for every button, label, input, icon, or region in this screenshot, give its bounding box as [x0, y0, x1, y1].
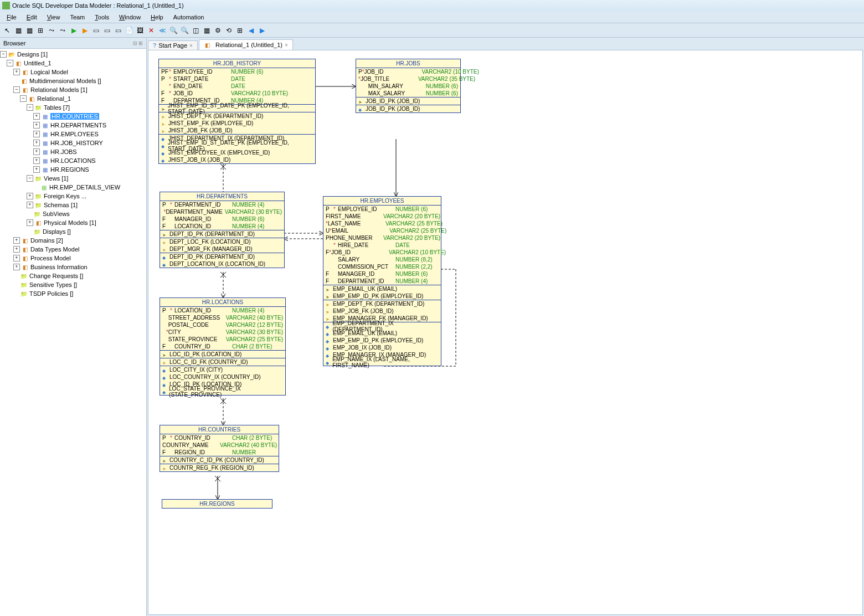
ix-row: EMP_NAME_IX (LAST_NAME, FIRST_NAME) — [323, 358, 441, 366]
tool-rect1[interactable]: ▭ — [91, 25, 101, 35]
tool-note-green[interactable]: ▶ — [69, 25, 79, 35]
tool-note-orange[interactable]: ▶ — [80, 25, 90, 35]
tool-rect3[interactable]: ▭ — [113, 25, 123, 35]
tool-expand[interactable]: ≪ — [157, 25, 167, 35]
tool-link2[interactable]: ⤳ — [58, 25, 68, 35]
ix-icon — [162, 367, 168, 373]
entity-locations[interactable]: HR.LOCATIONS P*LOCATION_IDNUMBER (4)STRE… — [160, 297, 286, 396]
tree-table-jobs[interactable]: +HR.JOBS — [0, 147, 146, 156]
tree-sensitive[interactable]: Sensitive Types [] — [0, 280, 146, 289]
tree-table-regions[interactable]: +HR.REGIONS — [0, 165, 146, 174]
fk-icon — [161, 128, 167, 134]
entity-countries[interactable]: HR.COUNTRIES P*COUNTRY_IDCHAR (2 BYTE)CO… — [160, 425, 279, 472]
tool-split[interactable]: ⊞ — [35, 25, 45, 35]
fk-icon — [326, 316, 331, 321]
tree-displays[interactable]: Displays [] — [0, 227, 146, 236]
menu-automation[interactable]: Automation — [169, 13, 209, 22]
browser-tree[interactable]: −Designs [1] −Untitled_1 +Logical Model … — [0, 49, 146, 616]
tree-schemas[interactable]: +Schemas [1] — [0, 201, 146, 209]
entity-jobs[interactable]: HR.JOBS P*JOB_IDVARCHAR2 (10 BYTE)*JOB_T… — [356, 59, 461, 113]
column-row: COUNTRY_NAMEVARCHAR2 (40 BYTE) — [160, 442, 279, 449]
tree-domains[interactable]: +Domains [2] — [0, 236, 146, 245]
tree-relational[interactable]: −Relational Models [1] — [0, 85, 146, 94]
tool-sync[interactable]: ⟲ — [224, 25, 234, 35]
menu-team[interactable]: Team — [65, 13, 89, 22]
menu-window[interactable]: Window — [115, 13, 145, 22]
tree-fks[interactable]: +Foreign Keys ... — [0, 192, 146, 201]
tool-gen-ddl[interactable]: ▦ — [202, 25, 212, 35]
column-row: U*EMAILVARCHAR2 (25 BYTE) — [323, 227, 441, 234]
ix-icon — [161, 150, 167, 156]
browser-panel: Browser ⊟ ⊞ −Designs [1] −Untitled_1 +Lo… — [0, 38, 147, 616]
column-row: *CITYVARCHAR2 (30 BYTE) — [160, 328, 285, 336]
tool-link[interactable]: ⤳ — [47, 25, 56, 35]
tool-delete[interactable] — [146, 25, 156, 35]
tool-zoom-in[interactable] — [168, 25, 178, 35]
tree-logical[interactable]: +Logical Model — [0, 68, 146, 76]
tree-business[interactable]: +Business Information — [0, 263, 146, 271]
entity-departments[interactable]: HR.DEPARTMENTS P*DEPARTMENT_IDNUMBER (4)… — [160, 192, 285, 268]
tree-changereq[interactable]: Change Requests [] — [0, 271, 146, 280]
panel-minimize-icon[interactable]: ⊟ — [133, 40, 137, 46]
tool-new-entity[interactable] — [13, 25, 23, 35]
menu-help[interactable]: Help — [146, 13, 168, 22]
tool-pointer[interactable] — [2, 25, 12, 35]
column-row: *DEPARTMENT_NAMEVARCHAR2 (30 BYTE) — [160, 208, 284, 215]
menu-view[interactable]: View — [43, 13, 65, 22]
tool-engineer[interactable]: ⚙ — [213, 25, 223, 35]
tree-subviews[interactable]: SubViews — [0, 209, 146, 218]
ix-row: DEPT_ID_PK (DEPARTMENT_ID) — [160, 253, 284, 260]
tree-process[interactable]: +Process Model — [0, 254, 146, 263]
fk-row: EMP_JOB_FK (JOB_ID) — [323, 307, 441, 315]
column-row: PHONE_NUMBERVARCHAR2 (20 BYTE) — [323, 234, 441, 242]
ix-icon — [358, 106, 364, 112]
tree-physical[interactable]: +Physical Models [1] — [0, 218, 146, 227]
tree-rel1[interactable]: −Relational_1 — [0, 94, 146, 103]
diagram-canvas[interactable]: HR.JOB_HISTORY PF*EMPLOYEE_IDNUMBER (6)P… — [148, 50, 863, 615]
ix-icon — [162, 261, 168, 267]
entity-job-history[interactable]: HR.JOB_HISTORY PF*EMPLOYEE_IDNUMBER (6)P… — [158, 59, 316, 164]
tool-view[interactable] — [24, 25, 34, 35]
tree-tables[interactable]: −Tables [7] — [0, 103, 146, 112]
tree-designs[interactable]: −Designs [1] — [0, 50, 146, 59]
tree-views[interactable]: −Views [1] — [0, 174, 146, 183]
tool-grid[interactable]: ⊞ — [235, 25, 245, 35]
tool-rect2[interactable]: ▭ — [102, 25, 112, 35]
tree-multidim[interactable]: Multidimensional Models [] — [0, 76, 146, 85]
column-row: P*EMPLOYEE_IDNUMBER (6) — [323, 206, 441, 213]
tree-datatypes[interactable]: +Data Types Model — [0, 245, 146, 254]
ix-row: LOC_STATE_PROVINCE_IX (STATE_PROVINCE) — [160, 388, 285, 395]
tree-tsdp[interactable]: TSDP Policies [] — [0, 289, 146, 298]
ix-icon — [326, 331, 331, 336]
tool-doc[interactable]: 📄 — [124, 25, 134, 35]
ix-row: LOC_COUNTRY_IX (COUNTRY_ID) — [160, 373, 285, 381]
tool-nav-back[interactable] — [246, 25, 256, 35]
pk-icon — [161, 106, 166, 111]
fk-icon — [161, 114, 167, 119]
tree-untitled[interactable]: −Untitled_1 — [0, 59, 146, 68]
panel-restore-icon[interactable]: ⊞ — [138, 40, 143, 46]
tool-fit[interactable]: ◫ — [191, 25, 200, 35]
tool-nav-forward[interactable] — [257, 25, 267, 35]
tree-table-employees[interactable]: +HR.EMPLOYEES — [0, 130, 146, 138]
menu-tools[interactable]: Tools — [90, 13, 114, 22]
tree-table-countries[interactable]: +HR.COUNTRIES — [0, 112, 146, 121]
ix-icon — [162, 389, 167, 394]
menu-edit[interactable]: Edit — [22, 13, 42, 22]
tab-start-page[interactable]: ?Start Page× — [148, 40, 198, 50]
tab-relational[interactable]: Relational_1 (Untitled_1)× — [199, 39, 293, 50]
tool-image[interactable]: 🖼 — [135, 25, 145, 35]
tree-table-departments[interactable]: +HR.DEPARTMENTS — [0, 121, 146, 130]
tree-table-jobhistory[interactable]: +HR.JOB_HISTORY — [0, 138, 146, 147]
entity-employees[interactable]: HR.EMPLOYEES P*EMPLOYEE_IDNUMBER (6)FIRS… — [323, 196, 441, 366]
tree-view-emp[interactable]: HR.EMP_DETAILS_VIEW — [0, 183, 146, 192]
tree-table-locations[interactable]: +HR.LOCATIONS — [0, 156, 146, 165]
tool-zoom-out[interactable] — [179, 25, 189, 35]
svg-line-12 — [220, 272, 226, 278]
close-icon[interactable]: × — [189, 43, 193, 49]
column-row: P*START_DATEDATE — [159, 75, 315, 83]
menu-file[interactable]: File — [2, 13, 21, 22]
column-row: FIRST_NAMEVARCHAR2 (20 BYTE) — [323, 213, 441, 220]
close-icon[interactable]: × — [285, 42, 288, 48]
entity-regions[interactable]: HR.REGIONS — [162, 499, 272, 509]
